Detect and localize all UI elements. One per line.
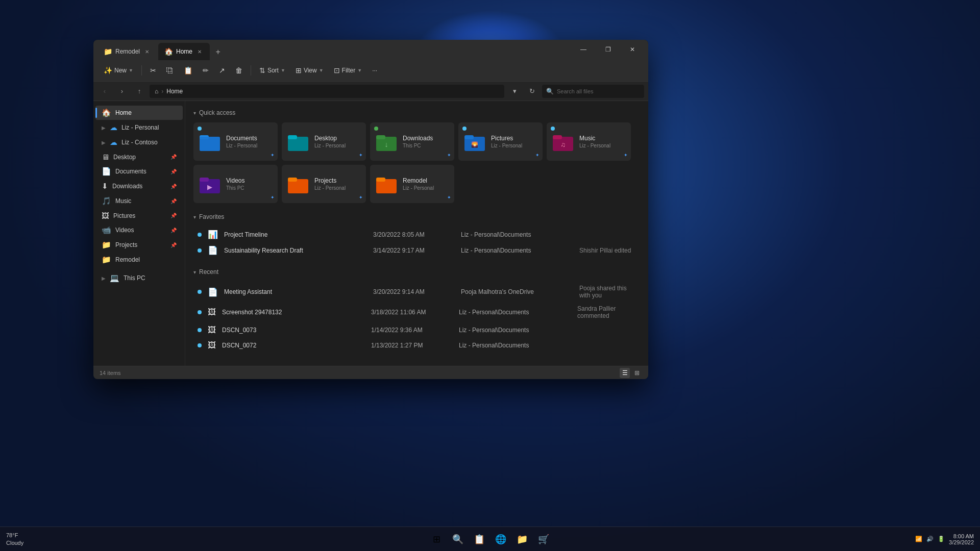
forward-button[interactable]: ›: [115, 84, 129, 98]
weather-widget[interactable]: 78°F Cloudy: [6, 532, 23, 546]
view-button[interactable]: ⊞ View ▼: [291, 63, 328, 78]
documents-sidebar-icon: 📄: [102, 167, 111, 176]
address-path[interactable]: ⌂ › Home: [150, 85, 504, 98]
sidebar-item-liz-personal[interactable]: ▶ ☁ Liz - Personal: [95, 120, 183, 135]
list-view-button[interactable]: ☰: [620, 368, 630, 378]
pin-icon-downloads: 📌: [170, 184, 177, 189]
sidebar-item-projects[interactable]: 📁 Projects 📌: [95, 238, 183, 252]
sidebar-liz-personal-label: Liz - Personal: [121, 124, 159, 131]
share-button[interactable]: ↗: [215, 63, 229, 78]
battery-icon[interactable]: 🔋: [938, 536, 945, 542]
folder-name-documents: Documents: [226, 135, 273, 142]
sidebar-item-home[interactable]: 🏠 Home: [95, 106, 183, 120]
folder-name-music: Music: [579, 135, 626, 142]
restore-button[interactable]: ❐: [596, 41, 620, 58]
new-button[interactable]: ✨ New ▼: [100, 63, 137, 78]
folder-card-pictures[interactable]: 🌄 Pictures Liz - Personal ✦: [458, 122, 543, 161]
svg-rect-2: [200, 137, 220, 151]
view-icon: ⊞: [296, 66, 302, 74]
edge-browser-button[interactable]: 🌐: [492, 530, 510, 548]
recent-row-3[interactable]: 🖼 DSCN_0072 1/13/2022 1:27 PM Liz - Pers…: [193, 338, 640, 353]
search-icon: 🔍: [546, 88, 554, 95]
file-name-rec2: DSCN_0073: [222, 327, 365, 334]
sidebar-videos-label: Videos: [115, 227, 134, 234]
sidebar-item-pictures[interactable]: 🖼 Pictures 📌: [95, 209, 183, 222]
up-button[interactable]: ↑: [132, 84, 146, 98]
file-location-rec3: Liz - Personal\Documents: [459, 342, 571, 349]
sidebar-item-documents[interactable]: 📄 Documents 📌: [95, 164, 183, 179]
favorites-header[interactable]: ▾ Favorites: [193, 213, 640, 220]
search-box[interactable]: 🔍 Search all files: [542, 85, 644, 98]
recent-row-1[interactable]: 🖼 Screenshot 29478132 3/18/2022 11:06 AM…: [193, 302, 640, 322]
folder-card-videos[interactable]: ▶ Videos This PC ✦: [193, 165, 278, 203]
taskbar-right: 📶 🔊 🔋 8:00 AM 3/29/2022: [915, 533, 980, 545]
more-button[interactable]: ···: [368, 63, 381, 78]
volume-icon[interactable]: 🔊: [926, 536, 934, 542]
minimize-button[interactable]: —: [572, 41, 595, 58]
recent-header[interactable]: ▾ Recent: [193, 268, 640, 276]
task-view-button[interactable]: 📋: [470, 530, 488, 548]
tab-remodel[interactable]: 📁 Remodel ✕: [97, 43, 157, 60]
network-icon[interactable]: 📶: [915, 536, 922, 542]
file-activity-rec1: Sandra Pallier commented: [577, 305, 636, 319]
close-button[interactable]: ✕: [621, 41, 644, 58]
folder-card-remodel[interactable]: Remodel Liz - Personal ✦: [370, 165, 454, 203]
copy-icon: ⿻: [166, 66, 174, 74]
folder-card-music[interactable]: ♫ Music Liz - Personal ✦: [547, 122, 631, 161]
svg-rect-4: [288, 135, 297, 139]
remodel-tab-close[interactable]: ✕: [143, 47, 151, 56]
folder-card-projects[interactable]: Projects Liz - Personal ✦: [282, 165, 366, 203]
recent-row-2[interactable]: 🖼 DSCN_0073 1/14/2022 9:36 AM Liz - Pers…: [193, 322, 640, 338]
cut-button[interactable]: ✂: [146, 63, 160, 78]
back-button[interactable]: ‹: [97, 84, 112, 98]
search-taskbar-button[interactable]: 🔍: [449, 530, 467, 548]
folder-card-downloads[interactable]: ↓ Downloads This PC ✦: [370, 122, 454, 161]
rename-button[interactable]: ✏: [199, 63, 213, 78]
copy-button[interactable]: ⿻: [162, 63, 178, 78]
sidebar-home-label: Home: [115, 109, 132, 116]
expand-icon-personal: ▶: [102, 125, 106, 131]
pin-indicator-documents: ✦: [271, 153, 275, 158]
new-tab-button[interactable]: +: [211, 45, 225, 59]
status-bar: 14 items ☰ ⊞: [93, 366, 648, 379]
sidebar-item-this-pc[interactable]: ▶ 💻 This PC: [95, 271, 183, 285]
sidebar-this-pc-label: This PC: [124, 274, 145, 282]
sidebar-item-videos[interactable]: 📹 Videos 📌: [95, 223, 183, 237]
sidebar-item-desktop[interactable]: 🖥 Desktop 📌: [95, 150, 183, 164]
svg-text:▶: ▶: [207, 183, 212, 191]
delete-icon: 🗑: [235, 66, 242, 74]
file-name-fav0: Project Timeline: [224, 231, 367, 238]
clock[interactable]: 8:00 AM 3/29/2022: [949, 533, 974, 545]
refresh-button[interactable]: ↻: [525, 84, 539, 98]
microsoft-store-button[interactable]: 🛒: [534, 530, 553, 548]
pin-indicator-desktop: ✦: [359, 153, 363, 158]
tab-home[interactable]: 🏠 Home ✕: [158, 43, 210, 60]
sidebar-item-downloads[interactable]: ⬇ Downloads 📌: [95, 179, 183, 193]
sync-dot-rec3: [198, 343, 202, 347]
file-explorer-taskbar-button[interactable]: 📁: [513, 530, 531, 548]
folder-card-documents[interactable]: Documents Liz - Personal ✦: [193, 122, 278, 161]
sidebar-item-music[interactable]: 🎵 Music 📌: [95, 194, 183, 208]
main-area: 🏠 Home ▶ ☁ Liz - Personal ▶ ☁ Liz - Cont…: [93, 101, 648, 366]
sort-button[interactable]: ⇅ Sort ▼: [255, 63, 289, 78]
start-button[interactable]: ⊞: [427, 530, 446, 548]
filter-button[interactable]: ⊡ Filter ▼: [330, 63, 366, 78]
folder-sub-desktop: Liz - Personal: [314, 143, 361, 148]
favorite-row-0[interactable]: 📊 Project Timeline 3/20/2022 8:05 AM Liz…: [193, 227, 640, 242]
sidebar-item-remodel[interactable]: 📁 Remodel: [95, 253, 183, 267]
favorite-row-1[interactable]: 📄 Sustainability Research Draft 3/14/202…: [193, 242, 640, 258]
home-sidebar-icon: 🏠: [102, 108, 111, 117]
sidebar-item-liz-contoso[interactable]: ▶ ☁ Liz - Contoso: [95, 135, 183, 149]
grid-view-button[interactable]: ⊞: [632, 368, 642, 378]
paste-button[interactable]: 📋: [180, 63, 197, 78]
pin-indicator-projects: ✦: [359, 195, 363, 200]
folder-card-desktop[interactable]: Desktop Liz - Personal ✦: [282, 122, 366, 161]
recent-row-0[interactable]: 📄 Meeting Assistant 3/20/2022 9:14 AM Po…: [193, 282, 640, 302]
delete-button[interactable]: 🗑: [231, 63, 247, 78]
sidebar-remodel-label: Remodel: [115, 256, 140, 263]
home-tab-close[interactable]: ✕: [195, 47, 204, 56]
file-activity-rec0: Pooja shared this with you: [579, 285, 636, 299]
refresh-chevron-button[interactable]: ▾: [507, 84, 522, 98]
folder-sub-projects: Liz - Personal: [314, 185, 361, 191]
quick-access-header[interactable]: ▾ Quick access: [193, 109, 640, 116]
